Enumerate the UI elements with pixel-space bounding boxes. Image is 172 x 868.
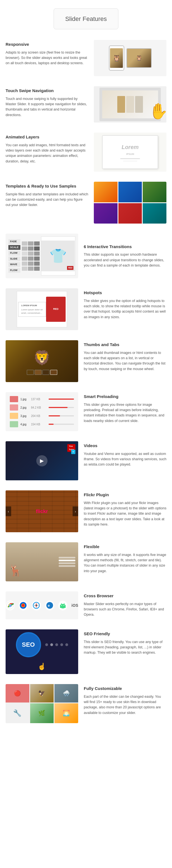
flickr-logo: flickr	[36, 508, 48, 515]
feature-templates: Templates & Ready to Use Samples Sample …	[0, 177, 172, 228]
trans-box	[28, 267, 33, 271]
transitions-image: FADE SCALE FLOW SLIDE WAVE FLOW	[6, 234, 78, 278]
feature-videos: ▶ YouTube V Videos Youtube and Viemo are…	[0, 436, 172, 485]
layer-ipsum-text: IPSUM	[126, 152, 134, 156]
preload-thumb-2	[10, 404, 18, 410]
responsive-title: Responsive	[6, 41, 88, 48]
seo-dot-2	[50, 643, 53, 646]
flickr-text: Flickr Plugin With Flickr plugin you can…	[84, 490, 166, 529]
flickr-next-button[interactable]: ›	[73, 506, 78, 516]
thumb-3	[42, 370, 50, 375]
preload-bar-1	[49, 399, 74, 400]
svg-point-11	[36, 605, 37, 606]
svg-point-6	[22, 604, 24, 607]
template-cell-4	[94, 203, 118, 224]
feature-cross-browser: Cross Browser Master Slider works perfec…	[0, 586, 172, 624]
preload-bar-2	[49, 407, 67, 408]
thumb-1	[27, 370, 34, 375]
trans-label-flow2: FLOW	[8, 268, 20, 273]
animated-layers-title: Animated Layers	[6, 134, 88, 141]
preload-size-2: 84.2 KB	[31, 406, 46, 410]
trans-box	[22, 251, 27, 256]
trans-box	[22, 241, 27, 246]
flickr-prev-button[interactable]: ‹	[6, 506, 11, 516]
trans-row-3	[22, 251, 40, 256]
trans-box	[34, 261, 40, 266]
chrome-icon	[6, 600, 15, 610]
videos-title: Videos	[84, 443, 166, 449]
templates-title: Templates & Ready to Use Samples	[6, 183, 88, 189]
flickr-desc: With Flickr plugin you can add your flic…	[84, 500, 166, 527]
transitions-title: 6 Interactive Transitions	[84, 244, 166, 250]
preload-size-3: 204 KB	[31, 414, 46, 418]
custom-cell-1: 🔴	[6, 684, 29, 703]
flexible-text: Flexible It works with any size of image…	[84, 542, 166, 575]
transition-previews	[22, 241, 40, 271]
seo-dot-5	[65, 643, 68, 646]
seo-friendly-text: SEO Friendly This slider is SEO friendly…	[84, 629, 166, 657]
svg-rect-16	[61, 604, 65, 607]
trans-label-fade: FADE	[8, 239, 20, 244]
preload-row-3: 3.jpg 204 KB	[10, 413, 74, 419]
custom-cell-2: 🦅	[30, 684, 54, 703]
lorem-body: Lorem ipsum dolor sit amet, consectetuer…	[21, 308, 43, 315]
seo-label: SEO	[22, 640, 35, 649]
preload-row-1: 1.jpg 137 KB	[10, 396, 74, 402]
feature-hotspots: Hotspots The slider gives you the option…	[0, 283, 172, 335]
seo-circle: SEO	[16, 632, 41, 657]
seo-dots-row	[45, 643, 68, 646]
trans-box	[28, 241, 33, 246]
trans-box	[28, 256, 33, 261]
trans-label-slide: SLIDE	[8, 256, 20, 261]
trans-row-6	[22, 267, 40, 271]
feature-flexible: 🦌 Flexible It works with any size of ima…	[0, 537, 172, 586]
firefox-icon	[19, 600, 28, 610]
thumbs-tabs-image: 🦁	[6, 340, 78, 382]
tshirt-icon: 👕	[50, 246, 67, 267]
page-header: Slider Features	[0, 0, 172, 35]
responsive-text: Responsive Adapts to any screen size (fe…	[6, 40, 88, 67]
preload-thumb-3	[10, 413, 18, 419]
cross-browser-desc: Master Slider works perfectly on major t…	[84, 601, 166, 618]
lion-content: 🦁	[27, 347, 57, 375]
ie-icon: e	[45, 600, 54, 610]
flex-bar-1	[59, 557, 76, 558]
feature-responsive: 🦉 Responsive Adapts to any screen size (…	[0, 35, 172, 81]
templates-desc: Sample files and starter templates are i…	[6, 192, 88, 208]
cross-browser-title: Cross Browser	[84, 593, 166, 599]
svg-point-17	[61, 605, 62, 606]
lion-icon: 🦁	[33, 347, 51, 368]
feature-touch-swipe: Touch Swipe Navigation Touch and mouse s…	[0, 81, 172, 128]
hand-cursor-icon: ☝️	[38, 661, 46, 672]
preload-name-4: 4.jpg	[20, 422, 29, 427]
play-button[interactable]: ▶	[36, 455, 48, 466]
hotspot-tshirt: RED	[46, 297, 66, 322]
wrench-icon: 🔧	[13, 708, 22, 718]
lion-image: 🦁	[6, 340, 78, 382]
trans-label-flow: FLOW	[8, 251, 20, 256]
preload-bar-container-2	[49, 407, 74, 408]
preload-bar-container-1	[49, 399, 74, 400]
templates-text: Templates & Ready to Use Samples Sample …	[6, 182, 88, 209]
smart-preloading-desc: This slider gives you three options for …	[84, 402, 166, 424]
touch-swipe-title: Touch Swipe Navigation	[6, 88, 88, 94]
trans-box	[34, 256, 40, 261]
tshirt-slide-preview: 👕 RED	[41, 237, 76, 276]
seo-row: SEO	[16, 632, 68, 657]
responsive-image: 🦉	[94, 40, 166, 76]
seo-friendly-desc: This slider is SEO friendly. You can use…	[84, 640, 166, 656]
trans-row-2	[22, 246, 40, 251]
videos-text: Videos Youtube and Viemo are supported, …	[84, 441, 166, 469]
safari-icon	[32, 600, 41, 610]
flexible-controls	[59, 557, 76, 567]
trans-row-4	[22, 256, 40, 261]
animated-layers-image: Lorem IPSUM	[94, 132, 166, 172]
red-badge: RED	[67, 266, 74, 270]
layer-lorem-text: Lorem	[121, 143, 139, 151]
thumbs-tabs-title: Thumbs and Tabs	[84, 342, 166, 348]
seo-dot-3	[55, 643, 58, 646]
feature-transitions: FADE SCALE FLOW SLIDE WAVE FLOW	[0, 228, 172, 283]
flickr-image: ‹ flickr ›	[6, 490, 78, 532]
seo-friendly-title: SEO Friendly	[84, 631, 166, 637]
trans-label-scale: SCALE	[8, 245, 20, 250]
